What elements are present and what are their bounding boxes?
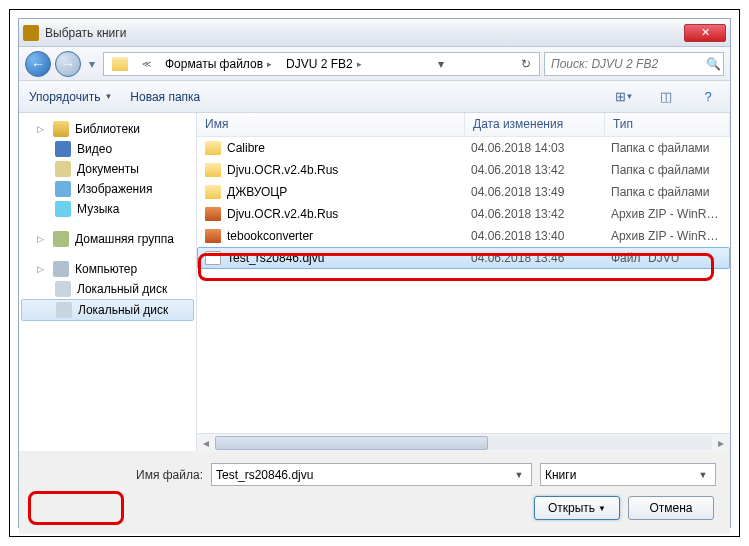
nav-forward-button[interactable]: → (55, 51, 81, 77)
nav-back-button[interactable]: ← (25, 51, 51, 77)
file-row[interactable]: tebookconverter04.06.2018 13:40Архив ZIP… (197, 225, 730, 247)
sidebar-item-images[interactable]: Изображения (19, 179, 196, 199)
folder-icon (205, 163, 221, 177)
scroll-left-icon[interactable]: ◂ (197, 436, 215, 450)
scroll-thumb[interactable] (215, 436, 488, 450)
filetype-filter[interactable]: Книги ▼ (540, 463, 716, 486)
sidebar-item-disk[interactable]: Локальный диск (19, 279, 196, 299)
refresh-button[interactable]: ↻ (515, 55, 537, 73)
navbar: ← → ▾ ≪ Форматы файлов▸ DJVU 2 FB2▸ ▾ ↻ … (19, 47, 730, 81)
address-bar[interactable]: ≪ Форматы файлов▸ DJVU 2 FB2▸ ▾ ↻ (103, 52, 540, 76)
scroll-right-icon[interactable]: ▸ (712, 436, 730, 450)
toolbar: Упорядочить▼ Новая папка ⊞ ▼ ◫ ? (19, 81, 730, 113)
chevron-down-icon[interactable]: ▼ (695, 470, 711, 480)
sidebar-item-video[interactable]: Видео (19, 139, 196, 159)
sidebar-item-homegroup[interactable]: ▷Домашняя группа (19, 229, 196, 249)
breadcrumb[interactable]: Форматы файлов▸ (159, 55, 278, 73)
column-headers: Имя Дата изменения Тип (197, 113, 730, 137)
preview-pane-button[interactable]: ◫ (654, 86, 678, 108)
sidebar-item-libraries[interactable]: ▷Библиотеки (19, 119, 196, 139)
address-dropdown[interactable]: ▾ (432, 55, 450, 73)
folder-icon (112, 57, 128, 71)
help-button[interactable]: ? (696, 86, 720, 108)
sidebar-item-computer[interactable]: ▷Компьютер (19, 259, 196, 279)
sidebar: ▷Библиотеки Видео Документы Изображения … (19, 113, 197, 451)
nav-history-dropdown[interactable]: ▾ (85, 54, 99, 74)
archive-icon (205, 229, 221, 243)
column-date[interactable]: Дата изменения (465, 113, 605, 136)
file-row-selected[interactable]: Test_rs20846.djvu04.06.2018 13:46Файл "D… (197, 247, 730, 269)
folder-icon (205, 141, 221, 155)
new-folder-button[interactable]: Новая папка (130, 90, 200, 104)
file-rows: Calibre04.06.2018 14:03Папка с файлами D… (197, 137, 730, 433)
archive-icon (205, 207, 221, 221)
cancel-button[interactable]: Отмена (628, 496, 714, 520)
file-row[interactable]: ДЖВУОЦР04.06.2018 13:49Папка с файлами (197, 181, 730, 203)
sidebar-item-documents[interactable]: Документы (19, 159, 196, 179)
column-type[interactable]: Тип (605, 113, 730, 136)
chevron-down-icon[interactable]: ▼ (511, 470, 527, 480)
filename-label: Имя файла: (33, 468, 203, 482)
folder-icon (205, 185, 221, 199)
breadcrumb[interactable]: DJVU 2 FB2▸ (280, 55, 368, 73)
sidebar-item-music[interactable]: Музыка (19, 199, 196, 219)
file-row[interactable]: Calibre04.06.2018 14:03Папка с файлами (197, 137, 730, 159)
search-input[interactable] (551, 57, 702, 71)
sidebar-item-disk[interactable]: Локальный диск (21, 299, 194, 321)
organize-button[interactable]: Упорядочить▼ (29, 90, 112, 104)
close-button[interactable]: ✕ (684, 24, 726, 42)
column-name[interactable]: Имя (197, 113, 465, 136)
file-icon (205, 251, 221, 265)
dialog-footer: Имя файла: Test_rs20846.djvu ▼ Книги ▼ О… (19, 451, 730, 534)
app-icon (23, 25, 39, 41)
search-box[interactable]: 🔍 (544, 52, 724, 76)
file-row[interactable]: Djvu.OCR.v2.4b.Rus04.06.2018 13:42Папка … (197, 159, 730, 181)
annotation-highlight (28, 491, 124, 525)
filename-input[interactable]: Test_rs20846.djvu ▼ (211, 463, 532, 486)
chevron-right-icon: ≪ (142, 59, 151, 69)
window-title: Выбрать книги (45, 26, 684, 40)
file-list-pane: Имя Дата изменения Тип Calibre04.06.2018… (197, 113, 730, 451)
titlebar: Выбрать книги ✕ (19, 19, 730, 47)
horizontal-scrollbar[interactable]: ◂ ▸ (197, 433, 730, 451)
search-icon: 🔍 (706, 57, 721, 71)
file-row[interactable]: Djvu.OCR.v2.4b.Rus04.06.2018 13:42Архив … (197, 203, 730, 225)
open-button[interactable]: Открыть ▼ (534, 496, 620, 520)
file-open-dialog: Выбрать книги ✕ ← → ▾ ≪ Форматы файлов▸ … (18, 18, 731, 528)
view-options-button[interactable]: ⊞ ▼ (612, 86, 636, 108)
